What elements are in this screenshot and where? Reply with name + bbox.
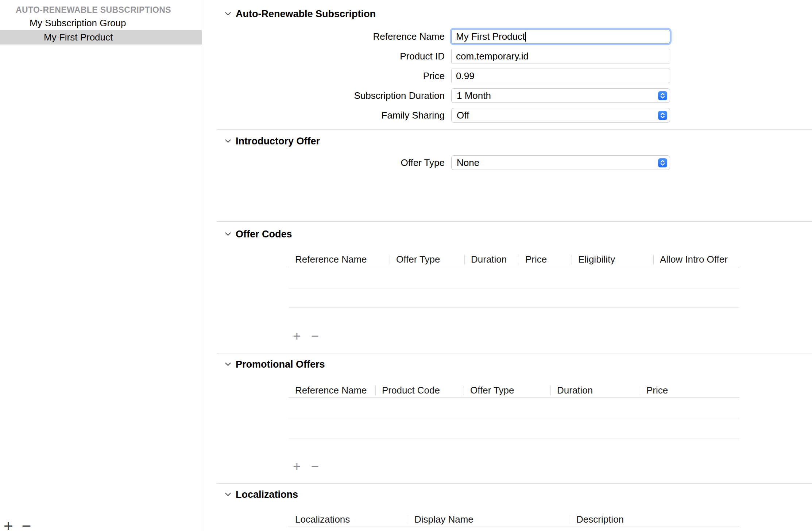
section-title: Offer Codes: [236, 229, 292, 240]
empty-table-row: [289, 267, 739, 288]
storekit-configuration-window: AUTO-RENEWABLE SUBSCRIPTIONS My Subscrip…: [0, 0, 812, 531]
product-id-field[interactable]: [451, 49, 670, 63]
form-row: Product ID: [202, 49, 812, 63]
text-cursor: [525, 32, 526, 42]
field-label-reference-name: Reference Name: [202, 31, 445, 42]
sidebar: AUTO-RENEWABLE SUBSCRIPTIONS My Subscrip…: [0, 0, 202, 531]
column-header[interactable]: Duration: [550, 383, 640, 398]
offer-codes-actions: + −: [293, 329, 812, 342]
chevron-down-icon[interactable]: [224, 137, 232, 146]
section-divider: [217, 221, 812, 222]
add-icon[interactable]: +: [293, 460, 301, 473]
column-header[interactable]: Description: [570, 512, 739, 527]
promotional-offers-table: Reference Name Product Code Offer Type D…: [289, 383, 739, 438]
section-title: Promotional Offers: [236, 359, 325, 370]
localizations-table: Localizations Display Name Description: [289, 512, 739, 531]
section-header-subscription: Auto-Renewable Subscription: [224, 9, 812, 19]
column-header[interactable]: Eligibility: [572, 252, 653, 267]
popup-stepper-icon: [658, 91, 667, 100]
column-header[interactable]: Localizations: [289, 512, 408, 527]
section-title: Auto-Renewable Subscription: [236, 8, 376, 20]
form-row: Price: [202, 69, 812, 83]
column-header[interactable]: Duration: [464, 252, 519, 267]
form-row: Offer Type None: [202, 155, 812, 170]
section-header-localizations: Localizations: [224, 489, 812, 500]
field-label-product-id: Product ID: [202, 51, 445, 62]
form-row: Family Sharing Off: [202, 108, 812, 123]
section-divider: [217, 483, 812, 484]
field-label-subscription-duration: Subscription Duration: [202, 90, 445, 101]
sidebar-item-my-first-product[interactable]: My First Product: [0, 30, 202, 44]
empty-table-row: [289, 398, 739, 419]
subscription-form: Reference Name My First Product Product …: [202, 29, 812, 123]
popup-stepper-icon: [658, 111, 667, 120]
column-header[interactable]: Price: [640, 383, 739, 398]
family-sharing-select[interactable]: Off: [451, 108, 670, 123]
section-header-introductory-offer: Introductory Offer: [224, 136, 812, 146]
select-value: 1 Month: [457, 90, 658, 101]
column-header[interactable]: Reference Name: [289, 252, 390, 267]
table-header-row: Reference Name Offer Type Duration Price…: [289, 252, 739, 267]
section-divider: [217, 353, 812, 353]
sidebar-item-subscription-group[interactable]: My Subscription Group: [0, 16, 202, 30]
popup-stepper-icon: [658, 158, 667, 167]
chevron-down-icon[interactable]: [224, 9, 232, 18]
sidebar-actions: + −: [4, 518, 31, 531]
subscription-duration-select[interactable]: 1 Month: [451, 88, 670, 103]
section-header-offer-codes: Offer Codes: [224, 229, 812, 239]
field-label-family-sharing: Family Sharing: [202, 110, 445, 121]
section-header-promotional-offers: Promotional Offers: [224, 359, 812, 369]
form-row: Subscription Duration 1 Month: [202, 88, 812, 103]
column-header[interactable]: Offer Type: [464, 383, 550, 398]
sidebar-item-label: My First Product: [44, 32, 113, 43]
field-value: My First Product: [456, 31, 525, 42]
section-divider: [217, 129, 812, 130]
column-header[interactable]: Reference Name: [289, 383, 375, 398]
empty-table-row: [289, 288, 739, 308]
sidebar-item-label: My Subscription Group: [30, 18, 126, 29]
chevron-down-icon[interactable]: [224, 490, 232, 499]
table-header-row: Localizations Display Name Description: [289, 512, 739, 527]
field-label-price: Price: [202, 70, 445, 82]
column-header[interactable]: Allow Intro Offer: [653, 252, 739, 267]
column-header[interactable]: Offer Type: [390, 252, 464, 267]
promotional-offers-actions: + −: [293, 460, 812, 473]
column-header[interactable]: Product Code: [375, 383, 464, 398]
offer-codes-table: Reference Name Offer Type Duration Price…: [289, 252, 739, 308]
empty-table-row: [289, 419, 739, 438]
sidebar-section-header: AUTO-RENEWABLE SUBSCRIPTIONS: [16, 4, 202, 16]
field-label-offer-type: Offer Type: [202, 157, 445, 168]
remove-icon[interactable]: −: [311, 329, 319, 343]
price-field[interactable]: [451, 69, 670, 83]
column-header[interactable]: Display Name: [408, 512, 570, 527]
editor-content: Auto-Renewable Subscription Reference Na…: [202, 0, 812, 531]
chevron-down-icon[interactable]: [224, 230, 232, 239]
form-row: Reference Name My First Product: [202, 29, 812, 44]
introductory-offer-form: Offer Type None: [202, 155, 812, 170]
table-header-row: Reference Name Product Code Offer Type D…: [289, 383, 739, 398]
select-value: None: [457, 157, 658, 168]
remove-icon[interactable]: −: [22, 518, 31, 531]
add-icon[interactable]: +: [293, 329, 301, 343]
add-icon[interactable]: +: [4, 518, 13, 531]
select-value: Off: [457, 110, 658, 121]
offer-type-select[interactable]: None: [451, 155, 670, 170]
section-title: Localizations: [236, 489, 298, 500]
empty-table-row: [289, 527, 739, 531]
remove-icon[interactable]: −: [311, 460, 319, 473]
section-title: Introductory Offer: [236, 136, 320, 147]
column-header[interactable]: Price: [519, 252, 572, 267]
reference-name-field[interactable]: My First Product: [451, 29, 670, 44]
chevron-down-icon[interactable]: [224, 360, 232, 369]
